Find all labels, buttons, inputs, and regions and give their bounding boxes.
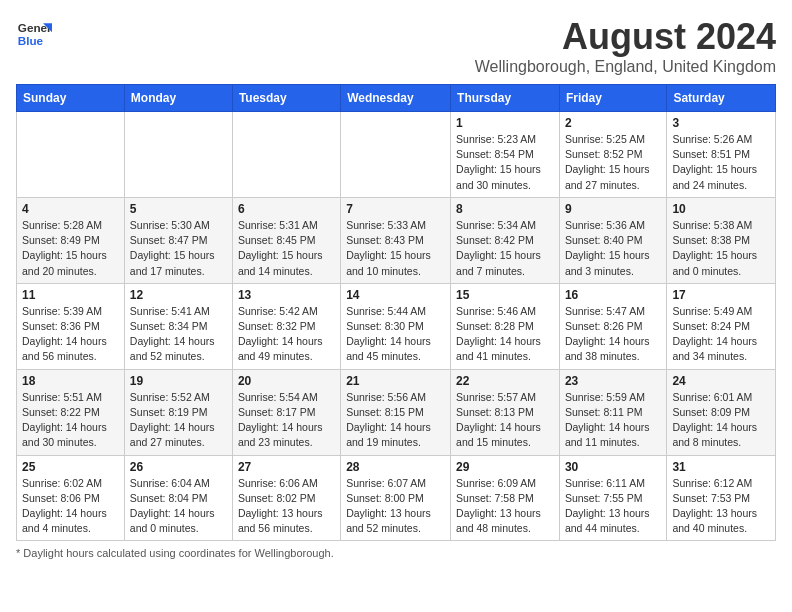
day-number: 24 <box>672 374 770 388</box>
footer-note-text: Daylight hours <box>23 547 93 559</box>
day-number: 8 <box>456 202 554 216</box>
day-info: Sunrise: 6:02 AM Sunset: 8:06 PM Dayligh… <box>22 476 119 537</box>
day-info: Sunrise: 5:44 AM Sunset: 8:30 PM Dayligh… <box>346 304 445 365</box>
day-info: Sunrise: 5:41 AM Sunset: 8:34 PM Dayligh… <box>130 304 227 365</box>
calendar-cell: 20Sunrise: 5:54 AM Sunset: 8:17 PM Dayli… <box>232 369 340 455</box>
day-number: 15 <box>456 288 554 302</box>
day-info: Sunrise: 5:38 AM Sunset: 8:38 PM Dayligh… <box>672 218 770 279</box>
calendar-day-header: Saturday <box>667 85 776 112</box>
logo: General Blue <box>16 16 52 52</box>
calendar-cell: 2Sunrise: 5:25 AM Sunset: 8:52 PM Daylig… <box>559 112 666 198</box>
footer-note: * Daylight hours calculated using coordi… <box>16 547 776 559</box>
calendar-cell: 24Sunrise: 6:01 AM Sunset: 8:09 PM Dayli… <box>667 369 776 455</box>
day-info: Sunrise: 5:39 AM Sunset: 8:36 PM Dayligh… <box>22 304 119 365</box>
calendar-week-row: 18Sunrise: 5:51 AM Sunset: 8:22 PM Dayli… <box>17 369 776 455</box>
calendar-cell: 25Sunrise: 6:02 AM Sunset: 8:06 PM Dayli… <box>17 455 125 541</box>
calendar-week-row: 1Sunrise: 5:23 AM Sunset: 8:54 PM Daylig… <box>17 112 776 198</box>
calendar-cell: 17Sunrise: 5:49 AM Sunset: 8:24 PM Dayli… <box>667 283 776 369</box>
calendar-week-row: 11Sunrise: 5:39 AM Sunset: 8:36 PM Dayli… <box>17 283 776 369</box>
calendar-cell: 10Sunrise: 5:38 AM Sunset: 8:38 PM Dayli… <box>667 197 776 283</box>
day-number: 13 <box>238 288 335 302</box>
day-number: 10 <box>672 202 770 216</box>
logo-icon: General Blue <box>16 16 52 52</box>
day-info: Sunrise: 5:34 AM Sunset: 8:42 PM Dayligh… <box>456 218 554 279</box>
day-number: 18 <box>22 374 119 388</box>
day-number: 1 <box>456 116 554 130</box>
day-info: Sunrise: 5:33 AM Sunset: 8:43 PM Dayligh… <box>346 218 445 279</box>
day-number: 25 <box>22 460 119 474</box>
day-info: Sunrise: 5:23 AM Sunset: 8:54 PM Dayligh… <box>456 132 554 193</box>
day-info: Sunrise: 5:42 AM Sunset: 8:32 PM Dayligh… <box>238 304 335 365</box>
day-info: Sunrise: 6:11 AM Sunset: 7:55 PM Dayligh… <box>565 476 661 537</box>
day-info: Sunrise: 6:01 AM Sunset: 8:09 PM Dayligh… <box>672 390 770 451</box>
calendar-cell: 14Sunrise: 5:44 AM Sunset: 8:30 PM Dayli… <box>341 283 451 369</box>
day-number: 26 <box>130 460 227 474</box>
day-info: Sunrise: 5:47 AM Sunset: 8:26 PM Dayligh… <box>565 304 661 365</box>
day-info: Sunrise: 5:51 AM Sunset: 8:22 PM Dayligh… <box>22 390 119 451</box>
title-area: August 2024 Wellingborough, England, Uni… <box>475 16 776 76</box>
day-number: 23 <box>565 374 661 388</box>
day-info: Sunrise: 5:59 AM Sunset: 8:11 PM Dayligh… <box>565 390 661 451</box>
calendar-cell <box>124 112 232 198</box>
calendar-header-row: SundayMondayTuesdayWednesdayThursdayFrid… <box>17 85 776 112</box>
calendar-cell: 22Sunrise: 5:57 AM Sunset: 8:13 PM Dayli… <box>451 369 560 455</box>
calendar-cell: 4Sunrise: 5:28 AM Sunset: 8:49 PM Daylig… <box>17 197 125 283</box>
calendar-day-header: Sunday <box>17 85 125 112</box>
day-number: 11 <box>22 288 119 302</box>
day-info: Sunrise: 5:26 AM Sunset: 8:51 PM Dayligh… <box>672 132 770 193</box>
calendar-cell: 7Sunrise: 5:33 AM Sunset: 8:43 PM Daylig… <box>341 197 451 283</box>
calendar-day-header: Monday <box>124 85 232 112</box>
day-info: Sunrise: 6:07 AM Sunset: 8:00 PM Dayligh… <box>346 476 445 537</box>
day-info: Sunrise: 5:56 AM Sunset: 8:15 PM Dayligh… <box>346 390 445 451</box>
day-info: Sunrise: 5:25 AM Sunset: 8:52 PM Dayligh… <box>565 132 661 193</box>
day-info: Sunrise: 6:12 AM Sunset: 7:53 PM Dayligh… <box>672 476 770 537</box>
calendar-cell <box>232 112 340 198</box>
calendar-cell: 15Sunrise: 5:46 AM Sunset: 8:28 PM Dayli… <box>451 283 560 369</box>
day-number: 31 <box>672 460 770 474</box>
day-number: 12 <box>130 288 227 302</box>
day-number: 22 <box>456 374 554 388</box>
day-number: 20 <box>238 374 335 388</box>
svg-text:Blue: Blue <box>18 34 44 47</box>
day-number: 4 <box>22 202 119 216</box>
calendar-day-header: Wednesday <box>341 85 451 112</box>
calendar-day-header: Friday <box>559 85 666 112</box>
calendar-cell: 29Sunrise: 6:09 AM Sunset: 7:58 PM Dayli… <box>451 455 560 541</box>
day-number: 21 <box>346 374 445 388</box>
day-number: 3 <box>672 116 770 130</box>
day-number: 7 <box>346 202 445 216</box>
day-info: Sunrise: 5:49 AM Sunset: 8:24 PM Dayligh… <box>672 304 770 365</box>
day-number: 2 <box>565 116 661 130</box>
month-title: August 2024 <box>475 16 776 58</box>
day-info: Sunrise: 6:04 AM Sunset: 8:04 PM Dayligh… <box>130 476 227 537</box>
day-info: Sunrise: 5:31 AM Sunset: 8:45 PM Dayligh… <box>238 218 335 279</box>
calendar-cell: 21Sunrise: 5:56 AM Sunset: 8:15 PM Dayli… <box>341 369 451 455</box>
calendar-cell: 16Sunrise: 5:47 AM Sunset: 8:26 PM Dayli… <box>559 283 666 369</box>
calendar-week-row: 4Sunrise: 5:28 AM Sunset: 8:49 PM Daylig… <box>17 197 776 283</box>
day-info: Sunrise: 5:36 AM Sunset: 8:40 PM Dayligh… <box>565 218 661 279</box>
day-info: Sunrise: 5:28 AM Sunset: 8:49 PM Dayligh… <box>22 218 119 279</box>
calendar-cell: 5Sunrise: 5:30 AM Sunset: 8:47 PM Daylig… <box>124 197 232 283</box>
page-header: General Blue August 2024 Wellingborough,… <box>16 16 776 76</box>
day-number: 30 <box>565 460 661 474</box>
calendar-day-header: Tuesday <box>232 85 340 112</box>
day-info: Sunrise: 5:52 AM Sunset: 8:19 PM Dayligh… <box>130 390 227 451</box>
day-number: 14 <box>346 288 445 302</box>
day-info: Sunrise: 5:30 AM Sunset: 8:47 PM Dayligh… <box>130 218 227 279</box>
calendar-cell <box>17 112 125 198</box>
day-number: 6 <box>238 202 335 216</box>
day-info: Sunrise: 6:06 AM Sunset: 8:02 PM Dayligh… <box>238 476 335 537</box>
day-number: 19 <box>130 374 227 388</box>
calendar-cell: 23Sunrise: 5:59 AM Sunset: 8:11 PM Dayli… <box>559 369 666 455</box>
day-info: Sunrise: 6:09 AM Sunset: 7:58 PM Dayligh… <box>456 476 554 537</box>
calendar-cell: 9Sunrise: 5:36 AM Sunset: 8:40 PM Daylig… <box>559 197 666 283</box>
day-info: Sunrise: 5:57 AM Sunset: 8:13 PM Dayligh… <box>456 390 554 451</box>
calendar-day-header: Thursday <box>451 85 560 112</box>
calendar-cell: 27Sunrise: 6:06 AM Sunset: 8:02 PM Dayli… <box>232 455 340 541</box>
calendar-table: SundayMondayTuesdayWednesdayThursdayFrid… <box>16 84 776 541</box>
calendar-cell: 18Sunrise: 5:51 AM Sunset: 8:22 PM Dayli… <box>17 369 125 455</box>
calendar-cell: 13Sunrise: 5:42 AM Sunset: 8:32 PM Dayli… <box>232 283 340 369</box>
calendar-cell: 28Sunrise: 6:07 AM Sunset: 8:00 PM Dayli… <box>341 455 451 541</box>
calendar-cell: 8Sunrise: 5:34 AM Sunset: 8:42 PM Daylig… <box>451 197 560 283</box>
day-number: 29 <box>456 460 554 474</box>
